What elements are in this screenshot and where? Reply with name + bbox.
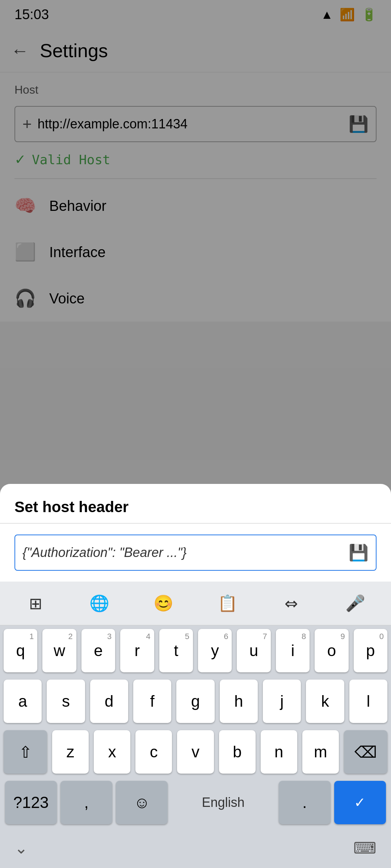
comma-label: ,	[84, 793, 89, 812]
key-v[interactable]: v	[177, 730, 214, 774]
key-y[interactable]: 6y	[198, 629, 232, 672]
hide-keyboard-icon[interactable]: ⌄	[14, 839, 28, 857]
key-i[interactable]: 8i	[276, 629, 310, 672]
key-q[interactable]: 1q	[4, 629, 37, 672]
key-m[interactable]: m	[302, 730, 339, 774]
period-key[interactable]: .	[279, 781, 331, 824]
key-s[interactable]: s	[47, 680, 85, 723]
enter-key[interactable]: ✓	[334, 781, 386, 824]
mic-icon: 🎤	[345, 594, 365, 613]
enter-label: ✓	[354, 795, 366, 810]
key-row-3: ⇧ z x c v b n m ⌫	[0, 727, 391, 777]
symbols-label: ?123	[13, 793, 49, 812]
key-x[interactable]: x	[94, 730, 130, 774]
key-c[interactable]: c	[135, 730, 172, 774]
symbols-key[interactable]: ?123	[5, 781, 57, 824]
key-o[interactable]: 9o	[315, 629, 348, 672]
translate-icon: 🌐	[89, 594, 109, 613]
key-t[interactable]: 5t	[159, 629, 193, 672]
toolbar-grid-btn[interactable]: ⊞	[17, 589, 54, 618]
dialog-header: Set host header	[0, 484, 391, 524]
clipboard-icon: 📋	[218, 594, 237, 613]
key-f[interactable]: f	[133, 680, 171, 723]
key-n[interactable]: n	[261, 730, 297, 774]
keyboard: ⊞ 🌐 😊 📋 ⇔ 🎤 1q 2w 3e 4r 5t	[0, 582, 391, 868]
key-r[interactable]: 4r	[120, 629, 154, 672]
key-d[interactable]: d	[90, 680, 128, 723]
text-direction-icon: ⇔	[285, 594, 298, 613]
emoji-key[interactable]: ☺	[116, 781, 168, 824]
key-u[interactable]: 7u	[237, 629, 270, 672]
key-l[interactable]: l	[349, 680, 387, 723]
dialog-input-row[interactable]: {"Authorization": "Bearer ..."} 💾	[14, 535, 377, 571]
keyboard-switch-icon[interactable]: ⌨	[353, 839, 377, 857]
key-e[interactable]: 3e	[81, 629, 115, 672]
toolbar-translate-btn[interactable]: 🌐	[81, 589, 118, 618]
comma-key[interactable]: ,	[60, 781, 112, 824]
keyboard-toolbar: ⊞ 🌐 😊 📋 ⇔ 🎤	[0, 582, 391, 625]
dialog-save-icon[interactable]: 💾	[349, 543, 369, 562]
backspace-key[interactable]: ⌫	[344, 730, 387, 774]
language-key[interactable]: English	[171, 784, 275, 821]
key-g[interactable]: g	[176, 680, 214, 723]
key-k[interactable]: k	[306, 680, 344, 723]
key-a[interactable]: a	[4, 680, 42, 723]
key-p[interactable]: 0p	[354, 629, 387, 672]
key-h[interactable]: h	[220, 680, 258, 723]
toolbar-mic-btn[interactable]: 🎤	[337, 589, 374, 618]
toolbar-sticker-btn[interactable]: 😊	[146, 589, 182, 618]
grid-icon: ⊞	[29, 594, 42, 613]
key-z[interactable]: z	[52, 730, 89, 774]
key-row-1: 1q 2w 3e 4r 5t 6y 7u 8i 9o 0p	[0, 625, 391, 676]
home-indicator-row: ⌄ ⌨	[0, 831, 391, 868]
bottom-sheet-dialog: Set host header {"Authorization": "Beare…	[0, 484, 391, 868]
toolbar-clipboard-btn[interactable]: 📋	[209, 589, 245, 618]
key-row-bottom: ?123 , ☺ English . ✓	[0, 777, 391, 831]
dialog-title: Set host header	[14, 498, 129, 515]
period-label: .	[302, 793, 307, 812]
key-row-2: a s d f g h j k l	[0, 676, 391, 727]
language-label: English	[202, 795, 245, 810]
key-w[interactable]: 2w	[42, 629, 76, 672]
key-b[interactable]: b	[219, 730, 256, 774]
shift-key[interactable]: ⇧	[4, 730, 47, 774]
key-j[interactable]: j	[263, 680, 301, 723]
toolbar-textdir-btn[interactable]: ⇔	[273, 589, 310, 618]
emoji-label: ☺	[134, 793, 150, 812]
dialog-input-field[interactable]: {"Authorization": "Bearer ..."}	[22, 545, 343, 560]
sticker-icon: 😊	[154, 594, 173, 613]
